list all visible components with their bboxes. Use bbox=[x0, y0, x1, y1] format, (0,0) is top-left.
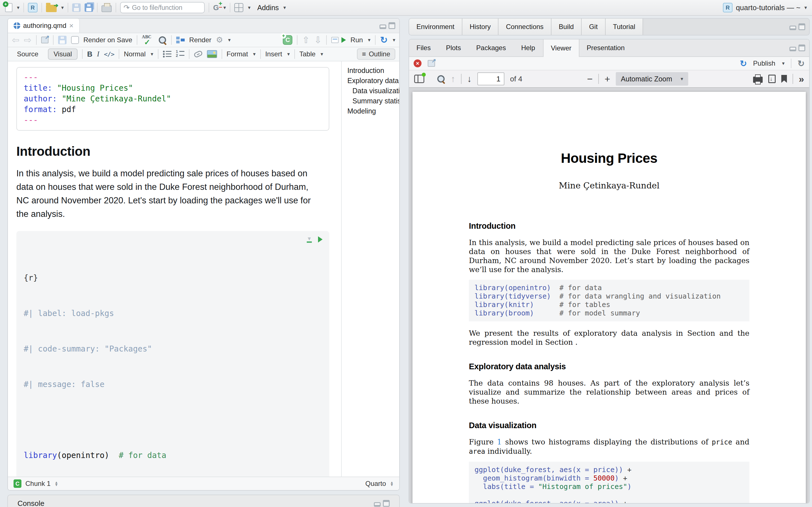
chunk-position-label[interactable]: Chunk 1 bbox=[26, 480, 50, 488]
new-file-dropdown-icon[interactable]: ▾ bbox=[17, 4, 19, 11]
rerun-dropdown-icon[interactable]: ▾ bbox=[393, 37, 395, 43]
figure-1-link[interactable]: 1 bbox=[497, 438, 502, 446]
source-mode-button[interactable]: Source bbox=[12, 49, 43, 59]
previous-section-icon[interactable]: ⇧ bbox=[302, 35, 310, 45]
table-menu[interactable]: Table bbox=[299, 50, 315, 58]
tab-git[interactable]: Git bbox=[581, 18, 606, 35]
pane-layout-dropdown-icon[interactable]: ▾ bbox=[248, 4, 250, 11]
tab-viewer[interactable]: Viewer bbox=[543, 40, 579, 57]
yaml-metadata-block[interactable]: ---title: "Housing Prices"author: "Mine … bbox=[16, 67, 329, 131]
tab-authoring-qmd[interactable]: authoring.qmd × bbox=[8, 18, 80, 33]
pane-layout-icon[interactable] bbox=[234, 3, 243, 12]
render-settings-gear-icon[interactable]: ⚙ bbox=[216, 36, 223, 44]
close-tab-icon[interactable]: × bbox=[69, 21, 73, 30]
pdf-next-page-icon[interactable]: ↓ bbox=[467, 74, 472, 84]
rerun-icon[interactable]: ↻ bbox=[380, 35, 388, 45]
forward-icon[interactable]: ⇨ bbox=[24, 35, 32, 45]
outline-item-summary-statistics[interactable]: Summary statis… bbox=[347, 96, 399, 106]
chunk-nav-icon[interactable]: ▲▼ bbox=[54, 481, 58, 486]
insert-chunk-icon[interactable]: +C bbox=[283, 35, 292, 45]
pdf-viewer-area[interactable]: Housing Prices Mine Çetinkaya-Rundel Int… bbox=[409, 88, 809, 503]
mode-select-icon[interactable]: ▲▼ bbox=[390, 481, 394, 486]
code-chunk-load-pkgs[interactable]: ▼ {r} #| label: load-pkgs #| code-summar… bbox=[16, 231, 329, 476]
tab-files[interactable]: Files bbox=[409, 40, 439, 56]
open-file-icon[interactable]: ➔ bbox=[46, 5, 57, 12]
env-minimize-icon[interactable] bbox=[790, 25, 796, 30]
publish-button[interactable]: Publish bbox=[753, 59, 775, 67]
run-dropdown-icon[interactable]: ▾ bbox=[368, 37, 370, 43]
chunk-run-icon[interactable] bbox=[318, 236, 322, 242]
run-button[interactable]: Run bbox=[350, 36, 363, 44]
pdf-print-icon[interactable] bbox=[753, 76, 763, 83]
pdf-bookmark-icon[interactable] bbox=[781, 75, 787, 83]
render-button[interactable]: Render bbox=[189, 36, 211, 44]
bullet-list-icon[interactable] bbox=[163, 50, 171, 58]
next-section-icon[interactable]: ⇩ bbox=[314, 35, 322, 45]
maximize-pane-icon[interactable] bbox=[389, 22, 395, 29]
open-file-dropdown-icon[interactable]: ▾ bbox=[61, 4, 64, 11]
pdf-sidebar-toggle-icon[interactable] bbox=[414, 75, 424, 83]
tab-plots[interactable]: Plots bbox=[439, 40, 469, 56]
tab-history[interactable]: History bbox=[462, 18, 499, 35]
refresh-icon[interactable]: ↻ bbox=[798, 59, 805, 68]
tab-build[interactable]: Build bbox=[552, 18, 581, 35]
search-icon[interactable] bbox=[158, 36, 167, 44]
goto-file-input[interactable] bbox=[132, 4, 197, 11]
tab-connections[interactable]: Connections bbox=[499, 18, 551, 35]
document-mode-label[interactable]: Quarto bbox=[365, 480, 386, 488]
open-in-window-icon[interactable] bbox=[41, 37, 49, 43]
outline-item-modeling[interactable]: Modeling bbox=[347, 106, 399, 116]
zoom-out-icon[interactable]: − bbox=[587, 73, 593, 84]
render-settings-dropdown-icon[interactable]: ▾ bbox=[228, 37, 231, 43]
insert-menu[interactable]: Insert bbox=[265, 50, 282, 58]
version-control-icon[interactable]: G+– bbox=[213, 4, 219, 11]
italic-icon[interactable]: I bbox=[97, 50, 100, 58]
tab-presentation[interactable]: Presentation bbox=[579, 40, 633, 56]
format-dropdown-icon[interactable]: ▾ bbox=[253, 51, 256, 57]
zoom-in-icon[interactable]: + bbox=[605, 73, 610, 84]
tab-environment[interactable]: Environment bbox=[409, 18, 462, 35]
publish-dropdown-icon[interactable]: ▾ bbox=[782, 60, 784, 66]
publish-icon[interactable]: ↻ bbox=[740, 59, 747, 68]
addins-dropdown-icon[interactable]: ▾ bbox=[283, 4, 286, 11]
visual-mode-button[interactable]: Visual bbox=[48, 48, 78, 60]
tab-packages[interactable]: Packages bbox=[469, 40, 514, 56]
pdf-previous-page-icon[interactable]: ↑ bbox=[451, 74, 455, 84]
goto-file-box[interactable]: ↷ bbox=[120, 2, 205, 13]
format-menu[interactable]: Format bbox=[227, 50, 248, 58]
viewer-minimize-icon[interactable] bbox=[790, 47, 796, 51]
viewer-maximize-icon[interactable] bbox=[799, 45, 805, 51]
save-document-icon[interactable] bbox=[58, 36, 66, 44]
link-icon[interactable] bbox=[193, 50, 203, 58]
addins-menu[interactable]: Addins bbox=[257, 4, 278, 12]
stop-icon[interactable]: × bbox=[414, 59, 421, 67]
console-title[interactable]: Console bbox=[17, 499, 44, 507]
bold-icon[interactable]: B bbox=[87, 50, 93, 59]
console-maximize-icon[interactable] bbox=[383, 500, 390, 507]
env-maximize-icon[interactable] bbox=[799, 23, 805, 30]
code-icon[interactable]: </> bbox=[104, 51, 114, 58]
visual-editor-document[interactable]: ---title: "Housing Prices"author: "Mine … bbox=[8, 61, 341, 476]
back-icon[interactable]: ⇦ bbox=[12, 35, 19, 45]
chunk-collapse-icon[interactable]: ▼ bbox=[307, 236, 312, 243]
zoom-select[interactable]: Automatic Zoom ▾ bbox=[616, 72, 688, 86]
viewer-popout-icon[interactable] bbox=[428, 60, 435, 67]
outline-item-introduction[interactable]: Introduction bbox=[347, 65, 399, 75]
table-dropdown-icon[interactable]: ▾ bbox=[320, 51, 323, 57]
version-control-dropdown-icon[interactable]: ▾ bbox=[223, 4, 226, 11]
pdf-download-icon[interactable] bbox=[768, 75, 776, 83]
pdf-more-tools-icon[interactable]: » bbox=[799, 73, 804, 84]
print-icon[interactable] bbox=[101, 5, 112, 12]
numbered-list-icon[interactable] bbox=[176, 50, 185, 58]
pdf-page-input[interactable] bbox=[477, 72, 504, 86]
tab-tutorial[interactable]: Tutorial bbox=[606, 18, 643, 35]
minimize-pane-icon[interactable] bbox=[379, 24, 386, 29]
project-menu[interactable]: R quarto-tutorials — ~ ▾ bbox=[723, 3, 807, 12]
paragraph-style-dropdown-icon[interactable]: ▾ bbox=[151, 51, 153, 57]
new-file-icon[interactable]: + bbox=[5, 3, 12, 12]
pdf-search-icon[interactable] bbox=[437, 75, 445, 83]
outline-toggle-button[interactable]: ≡ Outline bbox=[357, 48, 395, 60]
new-project-button[interactable]: R bbox=[28, 3, 38, 12]
outline-item-data-visualization[interactable]: Data visualization bbox=[347, 86, 399, 96]
spellcheck-icon[interactable]: ABC✓ bbox=[142, 35, 154, 45]
